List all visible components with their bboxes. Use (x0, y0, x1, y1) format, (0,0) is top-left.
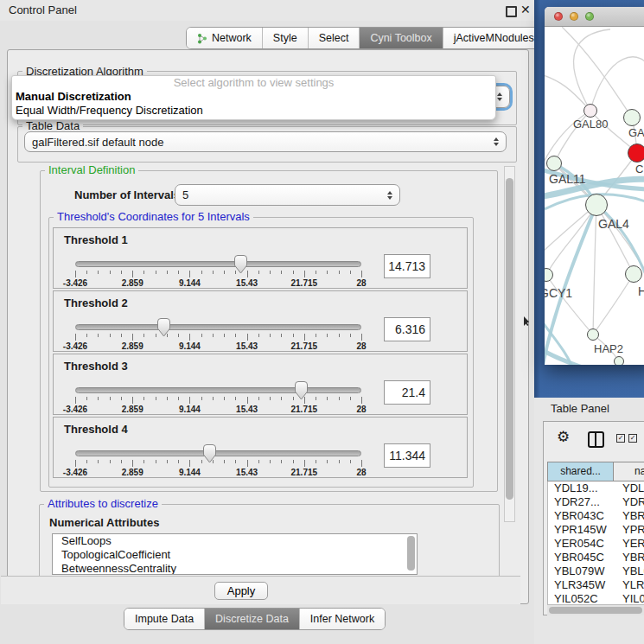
tick-mark (121, 460, 122, 463)
thresholds-group-label: Threshold's Coordinates for 5 Intervals (54, 211, 253, 223)
panel-scrollbar[interactable] (504, 166, 515, 522)
threshold-slider[interactable]: -3.4262.8599.14415.4321.71528 (75, 450, 361, 478)
close-icon[interactable]: ✕ (520, 3, 531, 16)
tick-mark (167, 460, 168, 463)
table-data-select[interactable]: galFiltered.sif default node (24, 131, 507, 152)
cell-shared-name: YPR145W (548, 523, 618, 537)
threshold-value-field[interactable]: 21.4 (384, 380, 430, 405)
table-header-row: shared... na (547, 462, 644, 481)
tab-style[interactable]: Style (263, 28, 309, 48)
table-row[interactable]: YIL052CYIL0 (548, 592, 644, 604)
cell-shared-name: YBL079W (548, 564, 618, 578)
num-intervals-select[interactable]: 5 (175, 184, 400, 206)
threshold-rows: Threshold 1-3.4262.8599.14415.4321.71528… (53, 227, 468, 485)
network-node-gal80[interactable] (583, 104, 597, 118)
table-hscrollbar-thumb[interactable] (549, 607, 642, 614)
cell-shared-name: YDL19... (548, 481, 618, 495)
select-none-icon[interactable]: ✓ (628, 434, 637, 443)
list-scrollbar[interactable] (407, 536, 415, 571)
dropdown-option-manual[interactable]: Manual Discretization (12, 90, 495, 104)
tick-label: 2.859 (122, 468, 143, 477)
tick-mark (235, 460, 236, 463)
apply-button[interactable]: Apply (214, 582, 268, 600)
threshold-slider[interactable]: -3.4262.8599.14415.4321.71528 (75, 261, 361, 289)
slider-track[interactable] (75, 324, 361, 330)
tab-cyni-toolbox[interactable]: Cyni Toolbox (360, 28, 443, 48)
slider-handle[interactable] (233, 254, 248, 275)
dropdown-option-equal-width[interactable]: Equal Width/Frequency Discretization (12, 104, 495, 118)
tick-mark (247, 334, 248, 341)
split-columns-icon[interactable] (588, 431, 604, 448)
tab-label: jActiveMNodules (454, 32, 534, 44)
tick-mark (304, 460, 305, 467)
table-row[interactable]: YDR27...YDR2 (548, 495, 644, 509)
column-header-shared-name[interactable]: shared... (547, 462, 614, 481)
network-window[interactable]: GAL80GACGAL11GAL4GCY1HHAP2 (545, 7, 644, 365)
tick-mark (98, 334, 99, 337)
slider-handle[interactable] (156, 317, 171, 338)
threshold-value-field[interactable]: 14.713 (384, 254, 430, 278)
mode-tab-impute-data[interactable]: Impute Data (124, 609, 205, 629)
tick-label: 21.715 (291, 405, 318, 414)
cell-name: YER0 (618, 537, 644, 551)
control-panel-title: Control Panel (9, 3, 77, 16)
panel-scrollbar-thumb[interactable] (506, 178, 513, 500)
zoom-traffic-light[interactable] (585, 12, 594, 21)
tick-mark (86, 460, 87, 463)
close-traffic-light[interactable] (554, 12, 563, 21)
tick-label: 9.144 (179, 405, 201, 414)
network-window-titlebar[interactable] (545, 7, 644, 27)
network-node-h[interactable] (625, 265, 642, 283)
table-row[interactable]: YBR045CYBR0 (548, 551, 644, 564)
network-node[interactable] (614, 356, 624, 365)
table-row[interactable]: YPR145WYPR1 (548, 523, 644, 537)
slider-handle[interactable] (294, 380, 309, 401)
table-rows[interactable]: YDL19...YDL1YDR27...YDR2YBR043CYBR0YPR14… (547, 481, 644, 604)
tick-mark (327, 271, 328, 274)
tick-mark (189, 460, 190, 467)
mode-tab-infer-network[interactable]: Infer Network (300, 609, 385, 629)
interval-definition-label: Interval Definition (45, 164, 138, 176)
mode-tab-discretize-data[interactable]: Discretize Data (205, 609, 300, 629)
tick-mark (281, 334, 282, 337)
cell-name: YPR1 (618, 523, 644, 537)
threshold-value-field[interactable]: 6.316 (384, 317, 430, 341)
float-window-icon[interactable] (506, 6, 517, 17)
network-node-gal4[interactable] (585, 194, 608, 216)
table-row[interactable]: YDL19...YDL1 (548, 481, 644, 495)
network-node-gal11[interactable] (546, 156, 562, 171)
attribute-item[interactable]: BetweennessCentrality (53, 562, 417, 575)
network-node-hap2[interactable] (587, 328, 599, 341)
node-label: C (635, 163, 643, 175)
table-row[interactable]: YBR043CYBR0 (548, 509, 644, 523)
numerical-attributes-list[interactable]: SelfLoopsTopologicalCoefficientBetweenne… (52, 533, 418, 575)
tab-jactivemnodules[interactable]: jActiveMNodules (443, 28, 545, 48)
tab-network[interactable]: Network (187, 28, 263, 48)
table-row[interactable]: YBL079WYBL0 (548, 564, 644, 578)
threshold-value-field[interactable]: 11.344 (384, 443, 430, 468)
column-header-name[interactable]: na (614, 462, 644, 481)
threshold-slider[interactable]: -3.4262.8599.14415.4321.71528 (75, 324, 361, 352)
tick-mark (75, 397, 76, 404)
threshold-slider[interactable]: -3.4262.8599.14415.4321.71528 (75, 387, 361, 415)
attribute-item[interactable]: TopologicalCoefficient (53, 548, 417, 562)
table-row[interactable]: YER054CYER0 (548, 537, 644, 551)
gear-icon[interactable]: ⚙ (557, 430, 570, 444)
table-hscrollbar[interactable] (547, 604, 644, 615)
attribute-item[interactable]: SelfLoops (53, 534, 417, 548)
select-all-icon[interactable]: ✓ (616, 434, 625, 443)
tick-mark (86, 271, 87, 274)
network-node-c[interactable] (628, 143, 644, 163)
apply-row: Apply (1, 576, 520, 604)
table-row[interactable]: YLR345WYLR3 (548, 578, 644, 592)
slider-track[interactable] (75, 450, 361, 456)
slider-handle[interactable] (202, 443, 217, 464)
slider-track[interactable] (75, 387, 361, 393)
tab-select[interactable]: Select (309, 28, 360, 48)
network-node-ga[interactable] (623, 109, 641, 126)
network-canvas[interactable]: GAL80GACGAL11GAL4GCY1HHAP2 (545, 27, 644, 365)
tick-label: 21.715 (291, 278, 318, 288)
minimize-traffic-light[interactable] (570, 12, 578, 21)
slider-track[interactable] (75, 261, 361, 267)
tick-mark (75, 334, 76, 341)
